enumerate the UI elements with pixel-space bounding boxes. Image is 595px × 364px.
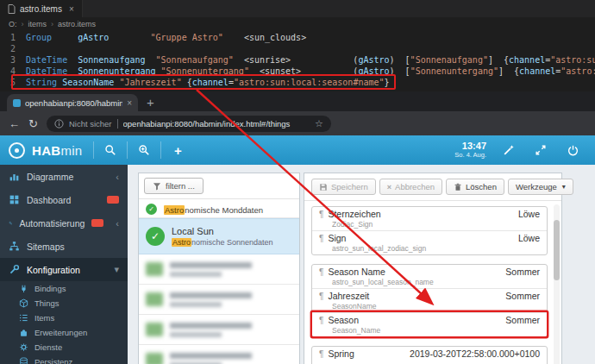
channel-group: ¶Spring2019-03-20T22:58:00.000+0100: [311, 346, 548, 364]
channel-row[interactable]: ¶SeasonSommerSeason_Name: [312, 312, 547, 336]
redacted-thing-row[interactable]: [139, 254, 299, 285]
sitemap-icon: [9, 241, 20, 252]
editor-tab[interactable]: astro.items ×: [0, 0, 83, 17]
sidebar-subitem-label: Persistenz: [34, 357, 72, 364]
sidebar-item-diagramme[interactable]: Diagramme ‹: [0, 165, 128, 188]
sidebar-item-sitemaps[interactable]: Sitemaps: [0, 235, 128, 258]
sidebar-subitem-label: Erweiterungen: [34, 328, 87, 337]
breadcrumb-separator: ›: [22, 20, 24, 28]
breadcrumb-drive[interactable]: O:: [9, 20, 17, 28]
code-token: [249, 66, 260, 76]
row-value: Löwe: [518, 209, 540, 220]
editor-tab-title: astro.items: [20, 4, 62, 14]
save-button-label: Speichern: [331, 182, 368, 191]
back-button[interactable]: ←: [9, 118, 20, 129]
code-token: "astro:sun:local:season#name": [234, 78, 385, 87]
breadcrumb-folder[interactable]: items: [28, 20, 47, 28]
channel-row-header: ¶SternzeichenLöwe: [319, 209, 540, 220]
code-token: gAstro: [358, 66, 389, 76]
channel-row-header: ¶SeasonSommer: [319, 315, 540, 326]
security-label: Nicht sicher: [69, 119, 112, 129]
code-token: "Sonnenaufgang": [410, 55, 488, 65]
power-button[interactable]: [562, 140, 583, 160]
sidebar-subitem-things[interactable]: Things: [0, 296, 128, 311]
redacted-text-line: [170, 323, 252, 329]
tab-close-icon[interactable]: ×: [127, 98, 132, 108]
code-token: }: [385, 78, 390, 87]
redacted-thing-row[interactable]: [139, 345, 299, 364]
code-token: <sun_clouds>: [244, 33, 306, 42]
code-area[interactable]: 1Group gAstro "Gruppe Astro" <sun_clouds…: [0, 30, 595, 88]
bookmark-star-icon[interactable]: ☆: [315, 118, 323, 129]
code-token: "Jahreszeit": [119, 78, 181, 87]
header-divider: [160, 141, 161, 159]
row-name: Jahreszeit: [328, 291, 369, 302]
url-text[interactable]: openhabianpi:8080/habmin/index.html#/thi…: [123, 119, 310, 129]
channel-row[interactable]: ¶SignLöweastro_sun_local_zodiac_sign: [312, 230, 547, 254]
delete-button[interactable]: Löschen: [446, 179, 504, 195]
sidebar-subitem-persistenz[interactable]: Persistenz: [0, 355, 128, 364]
tools-dropdown-button[interactable]: Werkzeuge ▾: [508, 179, 573, 195]
expand-icon: [535, 144, 547, 156]
scrollbar-thumb[interactable]: [554, 220, 560, 280]
redacted-thing-row[interactable]: [139, 315, 299, 345]
sidebar-subitem-label: Things: [34, 298, 60, 308]
breadcrumb-file[interactable]: astro.items: [58, 20, 96, 28]
search-highlight: Astro: [172, 238, 191, 247]
code-token: [504, 66, 514, 76]
sidebar-subitem-erweiterungen[interactable]: Erweiterungen: [0, 325, 128, 340]
sidebar-item-automatisierung[interactable]: Automatisierung ‹: [0, 211, 128, 235]
sidebar-item-dashboard[interactable]: Dashboard: [0, 188, 128, 211]
fullscreen-button[interactable]: [530, 140, 551, 160]
caret-down-icon: ▾: [562, 183, 566, 191]
browser-tab[interactable]: openhabianpi:8080/habmin/inde ×: [7, 94, 138, 111]
sidebar-item-konfiguration[interactable]: Konfiguration ▾: [0, 258, 128, 281]
channel-row-header: ¶Spring2019-03-20T22:58:00.000+0100: [319, 348, 540, 360]
code-token: DateTime: [26, 55, 67, 65]
sidebar-subitem-items[interactable]: Items: [0, 311, 128, 325]
thing-row-monddaten[interactable]: ✓ Astronomische Monddaten: [139, 199, 299, 218]
x-icon: ×: [387, 183, 391, 191]
channel-row[interactable]: ¶Season NameSommerastro_sun_local_season…: [312, 265, 547, 288]
zoom-icon: [138, 144, 150, 156]
redacted-thing-text: [170, 292, 252, 307]
breadcrumb[interactable]: O: › items › astro.items: [0, 17, 595, 30]
channel-row[interactable]: ¶SternzeichenLöweZodiac_Sign: [312, 207, 547, 230]
check-icon: ✓: [146, 204, 157, 215]
thing-detail-panel: Speichern × Abbrechen Löschen: [304, 173, 562, 364]
add-button[interactable]: +: [167, 140, 188, 160]
new-tab-button[interactable]: +: [138, 94, 163, 111]
search-highlight: Astro: [164, 205, 185, 215]
close-icon[interactable]: ×: [69, 4, 74, 14]
code-token: "Sonnenaufgang": [156, 55, 234, 65]
clock-date: So. 4. Aug.: [454, 152, 486, 160]
line-number: 5: [0, 77, 16, 88]
sidebar-subitem-bindings[interactable]: Bindings: [0, 281, 128, 296]
row-subtitle: [332, 360, 540, 364]
channel-row[interactable]: ¶Spring2019-03-20T22:58:00.000+0100: [312, 347, 547, 364]
chart-icon: [9, 171, 20, 182]
search-button[interactable]: [100, 140, 121, 160]
site-info-icon[interactable]: [54, 119, 64, 129]
redacted-thing-text: [170, 353, 252, 364]
filter-button[interactable]: filtern ...: [144, 178, 204, 194]
zoom-button[interactable]: [134, 140, 154, 160]
address-bar[interactable]: Nicht sicher openhabianpi:8080/habmin/in…: [47, 116, 331, 132]
channel-row[interactable]: ¶JahreszeitSommerSeasonName: [312, 288, 547, 312]
code-token: SeasonName: [62, 78, 114, 87]
magic-button[interactable]: [498, 140, 519, 160]
header-divider: [127, 141, 128, 159]
wand-icon: [503, 144, 515, 156]
code-editor: astro.items × O: › items › astro.items 1…: [0, 0, 595, 91]
cancel-button[interactable]: × Abbrechen: [379, 179, 442, 195]
code-token: "astro:sun:local:set#start": [561, 66, 595, 76]
save-button[interactable]: Speichern: [311, 179, 376, 195]
code-token: [109, 33, 150, 42]
things-list-panel: filtern ... ✓ Astronomische Monddaten ✓: [138, 173, 300, 364]
sidebar-subitem-dienste[interactable]: Dienste: [0, 340, 128, 355]
redacted-thing-row[interactable]: [139, 285, 299, 315]
thing-row-local-sun[interactable]: ✓ Local Sun Astronomische Sonnendaten: [139, 218, 299, 254]
reload-button[interactable]: ↻: [28, 118, 38, 129]
scrollbar-track[interactable]: [554, 204, 560, 364]
sidebar-subitem-label: Bindings: [34, 284, 66, 293]
